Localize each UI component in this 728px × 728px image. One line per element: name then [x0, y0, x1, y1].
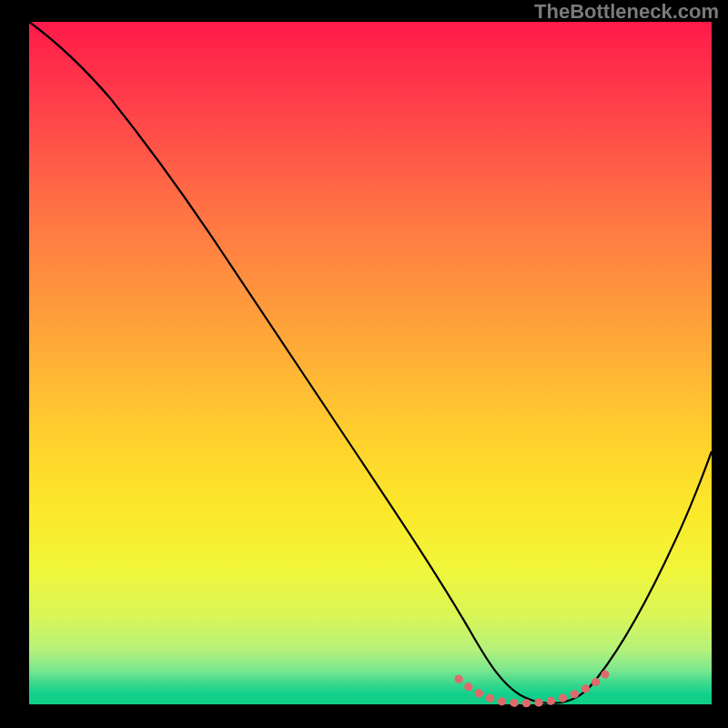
optimal-band-marker: [459, 674, 605, 703]
bottleneck-curve-line: [29, 22, 712, 703]
watermark-text: TheBottleneck.com: [534, 0, 719, 24]
chart-frame: TheBottleneck.com: [0, 0, 728, 728]
chart-svg: [29, 22, 712, 704]
